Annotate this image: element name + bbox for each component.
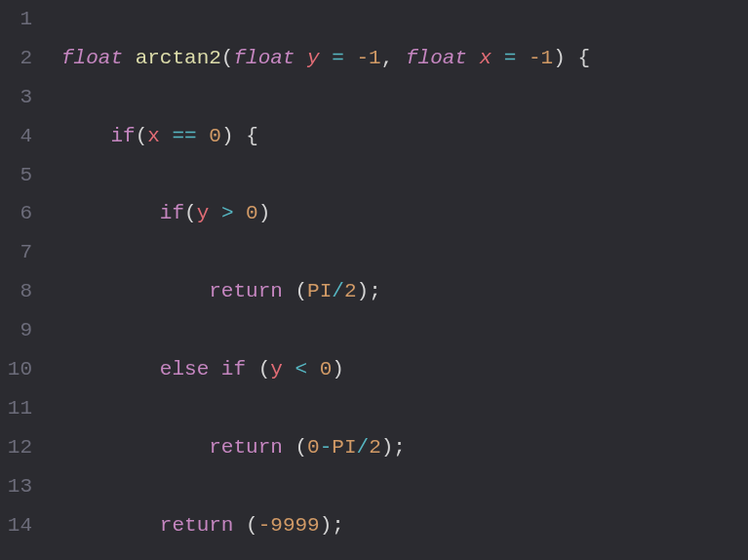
- keyword-control: if: [110, 125, 135, 147]
- operator: ==: [172, 125, 196, 147]
- operator: /: [357, 436, 370, 459]
- variable: y: [270, 358, 283, 380]
- operator: <: [295, 358, 308, 380]
- brace: {: [577, 47, 590, 69]
- paren: ): [357, 280, 370, 302]
- semicolon: ;: [369, 280, 381, 302]
- line-number: 11: [0, 389, 32, 428]
- line-number-gutter: 1 2 3 4 5 6 7 8 9 10 11 12 13 14: [0, 0, 44, 560]
- operator: -: [320, 436, 333, 459]
- line-number: 14: [0, 506, 32, 545]
- line-number: 8: [0, 272, 32, 311]
- number: -1: [529, 47, 553, 69]
- variable: x: [147, 125, 160, 147]
- function-name: arctan2: [136, 47, 221, 69]
- keyword-type: float: [233, 47, 295, 69]
- number: 0: [307, 436, 320, 459]
- variable: y: [197, 202, 210, 224]
- parameter: y: [307, 47, 320, 69]
- parameter: x: [480, 47, 492, 69]
- number: 0: [246, 202, 258, 224]
- paren: ): [553, 47, 566, 69]
- constant: PI: [332, 436, 356, 459]
- code-editor: 1 2 3 4 5 6 7 8 9 10 11 12 13 14 float a…: [0, 0, 748, 560]
- code-line: if(x == 0) {: [61, 117, 748, 156]
- operator: >: [221, 202, 234, 224]
- paren: (: [295, 436, 307, 459]
- semicolon: ;: [332, 514, 344, 537]
- operator: =: [504, 47, 517, 69]
- constant: PI: [307, 280, 332, 302]
- operator: /: [332, 280, 344, 302]
- number: 0: [209, 125, 221, 147]
- line-number: 12: [0, 428, 32, 467]
- line-number: 4: [0, 117, 32, 156]
- comma: ,: [381, 47, 394, 69]
- paren: ): [258, 202, 271, 224]
- keyword-control: return: [209, 436, 283, 459]
- number: -1: [357, 47, 381, 69]
- keyword-control: if: [160, 202, 184, 224]
- line-number: 7: [0, 233, 32, 272]
- paren: (: [295, 280, 307, 302]
- semicolon: ;: [393, 436, 406, 459]
- paren: ): [381, 436, 394, 459]
- line-number: 6: [0, 194, 32, 233]
- code-content[interactable]: float arctan2(float y = -1, float x = -1…: [44, 0, 748, 560]
- line-number: 5: [0, 156, 32, 195]
- operator: =: [332, 47, 344, 69]
- line-number: 2: [0, 39, 32, 78]
- code-line: if(y > 0): [61, 194, 748, 233]
- paren: (: [184, 202, 197, 224]
- brace: {: [246, 125, 258, 147]
- paren: (: [246, 514, 258, 537]
- paren: ): [332, 358, 344, 380]
- number: 0: [320, 358, 333, 380]
- code-line: float arctan2(float y = -1, float x = -1…: [61, 39, 748, 78]
- number: 2: [344, 280, 357, 302]
- keyword-type: float: [61, 47, 123, 69]
- keyword-type: float: [406, 47, 467, 69]
- number: -9999: [258, 514, 320, 537]
- paren: (: [136, 125, 148, 147]
- line-number: 10: [0, 350, 32, 389]
- code-line: return (-9999);: [61, 506, 748, 545]
- keyword-control: if: [221, 358, 246, 380]
- code-line: else if (y < 0): [61, 350, 748, 389]
- paren: (: [258, 358, 271, 380]
- code-line: return (PI/2);: [61, 272, 748, 311]
- keyword-control: return: [160, 514, 234, 537]
- keyword-control: else: [160, 358, 209, 380]
- paren: (: [221, 47, 234, 69]
- line-number: 13: [0, 467, 32, 506]
- paren: ): [320, 514, 333, 537]
- line-number: 1: [0, 0, 32, 39]
- number: 2: [369, 436, 381, 459]
- line-number: 9: [0, 311, 32, 350]
- paren: ): [221, 125, 234, 147]
- line-number: 3: [0, 78, 32, 117]
- keyword-control: return: [209, 280, 283, 302]
- code-line: return (0-PI/2);: [61, 428, 748, 467]
